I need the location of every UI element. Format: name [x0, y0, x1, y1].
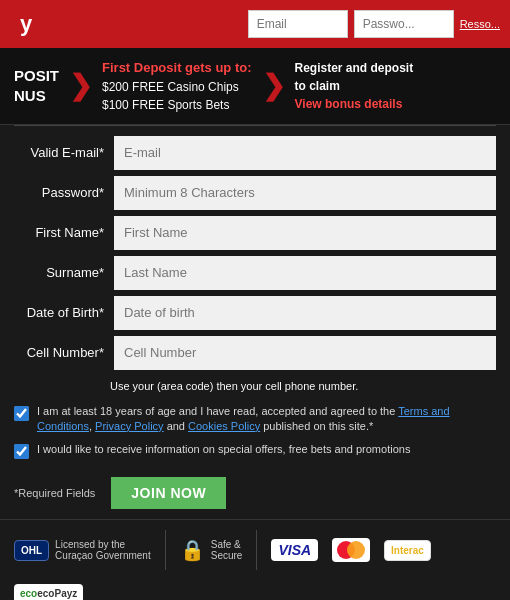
- offers-checkbox[interactable]: [14, 444, 29, 459]
- promo-right-text: Register and deposit to claim View bonus…: [295, 59, 414, 113]
- cell-label: Cell Number*: [14, 345, 114, 360]
- licensed-text: Licensed by the Curaçao Government: [55, 539, 151, 561]
- terms-text: I am at least 18 years of age and I have…: [37, 404, 496, 435]
- ohl-logo: OHL: [14, 540, 49, 561]
- password-input[interactable]: [114, 176, 496, 210]
- trust-divider-2: [256, 530, 257, 570]
- offers-checkbox-row: I would like to receive information on s…: [14, 442, 496, 459]
- brand-initial: y: [10, 11, 32, 37]
- reset-link[interactable]: Resso...: [460, 18, 500, 30]
- cell-row: Cell Number*: [14, 336, 496, 370]
- header: y Resso...: [0, 0, 510, 48]
- join-now-button[interactable]: JOIN NOW: [111, 477, 226, 509]
- cell-input[interactable]: [114, 336, 496, 370]
- visa-logo: VISA: [271, 539, 318, 561]
- password-label: Password*: [14, 185, 114, 200]
- surname-label: Surname*: [14, 265, 114, 280]
- payz-text: ecoPayz: [37, 588, 77, 599]
- surname-input[interactable]: [114, 256, 496, 290]
- terms-checkbox-row: I am at least 18 years of age and I have…: [14, 404, 496, 435]
- safe-text: Safe & Secure: [211, 539, 243, 561]
- view-bonus-link[interactable]: View bonus details: [295, 97, 403, 111]
- dob-label: Date of Birth*: [14, 305, 114, 320]
- promo-left-text: POSIT NUS: [14, 66, 59, 105]
- safe-item: 🔒 Safe & Secure: [180, 538, 243, 562]
- dob-input[interactable]: [114, 296, 496, 330]
- promo-arrow-icon: ❯: [69, 69, 92, 102]
- cookies-link[interactable]: Cookies Policy: [188, 420, 260, 432]
- cell-hint-text: Use your (area code) then your cell phon…: [110, 380, 510, 392]
- firstname-input[interactable]: [114, 216, 496, 250]
- password-row: Password*: [14, 176, 496, 210]
- header-email-input[interactable]: [248, 10, 348, 38]
- dob-row: Date of Birth*: [14, 296, 496, 330]
- email-label: Valid E-mail*: [14, 145, 114, 160]
- header-password-input[interactable]: [354, 10, 454, 38]
- trust-row: OHL Licensed by the Curaçao Government 🔒…: [0, 519, 510, 600]
- bottom-bar: *Required Fields JOIN NOW: [0, 471, 510, 519]
- surname-row: Surname*: [14, 256, 496, 290]
- promo-arrow2-icon: ❯: [262, 69, 285, 102]
- firstname-row: First Name*: [14, 216, 496, 250]
- email-row: Valid E-mail*: [14, 136, 496, 170]
- licensed-item: OHL Licensed by the Curaçao Government: [14, 539, 151, 561]
- mc-circle-right: [347, 541, 365, 559]
- trust-divider-1: [165, 530, 166, 570]
- email-input[interactable]: [114, 136, 496, 170]
- checkbox-area: I am at least 18 years of age and I have…: [0, 400, 510, 472]
- promo-middle-text: First Deposit gets up to: $200 FREE Casi…: [102, 58, 252, 114]
- firstname-label: First Name*: [14, 225, 114, 240]
- eco-text: eco: [20, 588, 37, 599]
- offers-text: I would like to receive information on s…: [37, 442, 410, 457]
- lock-icon: 🔒: [180, 538, 205, 562]
- promo-banner: POSIT NUS ❯ First Deposit gets up to: $2…: [0, 48, 510, 125]
- interac-logo: Interac: [384, 540, 431, 561]
- registration-form: Valid E-mail* Password* First Name* Surn…: [0, 126, 510, 380]
- ecopayz-logo: ecoecoPayz: [14, 584, 83, 600]
- terms-checkbox[interactable]: [14, 406, 29, 421]
- mastercard-logo: [332, 538, 370, 562]
- required-fields-text: *Required Fields: [14, 487, 95, 499]
- privacy-link[interactable]: Privacy Policy: [95, 420, 163, 432]
